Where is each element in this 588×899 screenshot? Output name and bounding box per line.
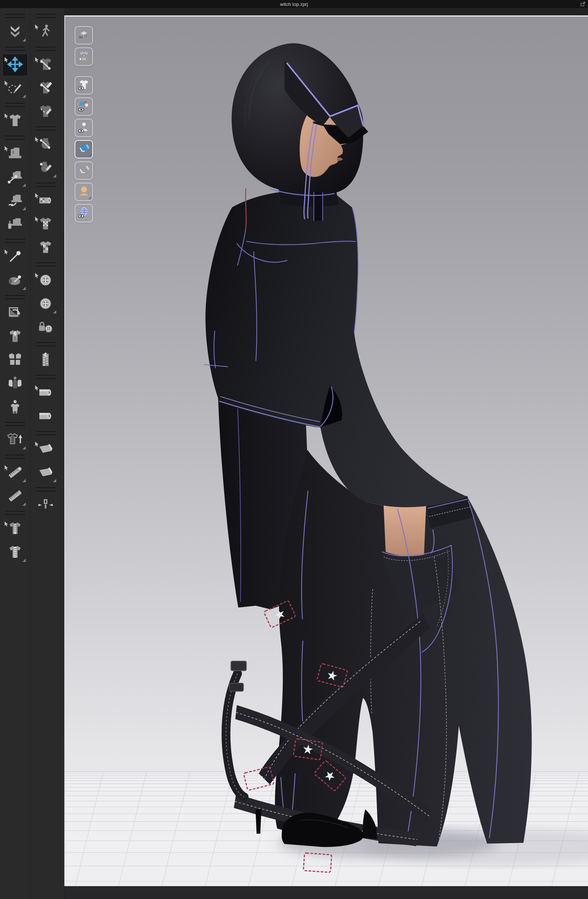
length-measure-tool[interactable] bbox=[3, 486, 27, 507]
fitting-suit-tool[interactable] bbox=[34, 495, 58, 516]
walker-icon bbox=[37, 23, 54, 41]
fasten-button-tool[interactable] bbox=[34, 317, 58, 338]
fabric-pin-tool[interactable] bbox=[3, 270, 27, 292]
select-basting-tool[interactable] bbox=[3, 519, 27, 540]
shirt-tape2-icon bbox=[7, 544, 23, 562]
avatar-circumference-tool[interactable] bbox=[34, 158, 58, 179]
fold-arrow-icon bbox=[7, 305, 23, 322]
button-icon bbox=[37, 295, 54, 313]
tool-group-separator bbox=[5, 455, 25, 459]
jacket-arrangement-tool[interactable] bbox=[3, 326, 27, 348]
dressed-avatar-icon bbox=[7, 399, 23, 416]
monochrome-surface[interactable] bbox=[75, 161, 93, 180]
shirt-style-icon bbox=[78, 50, 90, 63]
3d-viewport[interactable]: ★ ★ ★ ★ ★ ★ bbox=[64, 15, 588, 886]
dropdown-corner-icon[interactable] bbox=[22, 184, 26, 187]
pin-eye-icon bbox=[78, 100, 90, 114]
shirt-tape-icon bbox=[7, 521, 23, 538]
dropdown-corner-icon[interactable] bbox=[53, 310, 56, 314]
show-avatar[interactable] bbox=[75, 119, 93, 137]
tool-group-separator bbox=[5, 295, 25, 299]
select-move-tool[interactable] bbox=[3, 54, 27, 76]
zip-pull-icon bbox=[37, 497, 54, 514]
strap-buckle bbox=[231, 661, 246, 671]
apply-fabric-tool[interactable] bbox=[34, 462, 58, 483]
roll-icon bbox=[37, 385, 54, 402]
tool-group-separator bbox=[35, 47, 56, 51]
dropdown-corner-icon[interactable] bbox=[22, 479, 26, 482]
fabric-icon bbox=[37, 464, 54, 482]
box-3d-icon bbox=[78, 29, 90, 42]
pin-sewing-tool[interactable] bbox=[3, 214, 27, 235]
brush-circle-icon bbox=[7, 80, 23, 97]
strap-buckle bbox=[229, 683, 243, 691]
show-garment[interactable] bbox=[75, 76, 93, 94]
wrap-arrangement-tool[interactable] bbox=[3, 374, 27, 395]
edit-uv-tool[interactable] bbox=[34, 238, 58, 259]
edit-avatar-circumference-tool[interactable] bbox=[34, 134, 58, 156]
dropdown-corner-icon[interactable] bbox=[22, 559, 26, 562]
tool-group-separator bbox=[35, 431, 56, 435]
mesh-morph-tool[interactable] bbox=[3, 429, 27, 451]
lock-button-icon bbox=[37, 319, 54, 337]
show-3d-style[interactable] bbox=[75, 48, 93, 66]
dropdown-corner-icon[interactable] bbox=[88, 154, 91, 157]
tshirt-icon bbox=[7, 113, 23, 130]
roll-checker-icon bbox=[37, 192, 54, 210]
shirt-pen-icon bbox=[37, 80, 54, 97]
dress-avatar-tool[interactable] bbox=[3, 397, 27, 418]
select-pin-tool[interactable] bbox=[3, 247, 27, 268]
flattening-line-tool[interactable] bbox=[34, 102, 58, 123]
edit-flattening-tool[interactable] bbox=[34, 54, 58, 76]
dropdown-corner-icon[interactable] bbox=[53, 174, 56, 178]
show-pins[interactable] bbox=[75, 97, 93, 116]
pin-icon bbox=[7, 249, 23, 266]
brush-select-tool[interactable] bbox=[3, 78, 27, 99]
dropdown-corner-icon[interactable] bbox=[53, 479, 56, 482]
import-dropdown-tool[interactable] bbox=[3, 22, 27, 43]
star-glyph: ★ bbox=[301, 742, 314, 757]
segment-sewing-tool[interactable] bbox=[3, 167, 27, 188]
free-sewing-tool[interactable] bbox=[3, 190, 27, 212]
fold-arrangement-tool[interactable] bbox=[3, 303, 27, 324]
textured-surface[interactable] bbox=[75, 140, 93, 158]
reset-arrangement-tool[interactable] bbox=[3, 350, 27, 371]
tool-group-separator bbox=[5, 14, 25, 18]
3d-scene[interactable]: ★ ★ ★ ★ ★ ★ bbox=[65, 17, 588, 886]
zipper-tool[interactable] bbox=[34, 350, 58, 371]
tool-group-separator bbox=[5, 422, 25, 426]
dropdown-corner-icon[interactable] bbox=[22, 38, 26, 42]
popout-icon[interactable] bbox=[580, 1, 586, 7]
dropdown-corner-icon[interactable] bbox=[22, 446, 26, 450]
select-trim-tool[interactable] bbox=[34, 383, 58, 404]
dropdown-corner-icon[interactable] bbox=[22, 94, 26, 98]
shirt-curve-icon bbox=[37, 56, 54, 74]
window-title: witch top.zprj bbox=[280, 2, 308, 7]
tube-pin-icon bbox=[7, 272, 23, 290]
attach-trim-tool[interactable] bbox=[34, 406, 58, 428]
tool-group-separator bbox=[35, 487, 56, 491]
select-button-tool[interactable] bbox=[34, 270, 58, 292]
edit-texture-tool[interactable] bbox=[34, 190, 58, 212]
avatar-display[interactable] bbox=[75, 183, 93, 201]
show-3d-garment[interactable] bbox=[75, 26, 93, 45]
edit-sewing-tool[interactable] bbox=[3, 143, 27, 165]
adjust-texture-tool[interactable] bbox=[34, 214, 58, 235]
tape-measure-tool[interactable] bbox=[3, 462, 27, 483]
dropdown-corner-icon[interactable] bbox=[88, 196, 91, 199]
select-fabric-tool[interactable] bbox=[34, 439, 58, 460]
wrap-avatar-icon bbox=[7, 375, 23, 393]
tool-group-separator bbox=[5, 103, 25, 107]
avatar-pose-tool[interactable] bbox=[34, 22, 58, 43]
dropdown-corner-icon[interactable] bbox=[22, 502, 26, 506]
dropdown-corner-icon[interactable] bbox=[22, 207, 26, 210]
jacket-icon bbox=[7, 328, 23, 346]
attach-button-tool[interactable] bbox=[34, 293, 58, 315]
tool-group-separator bbox=[35, 342, 56, 346]
tool-column-2 bbox=[30, 8, 61, 899]
show-environment[interactable] bbox=[75, 204, 93, 222]
select-garment-tool[interactable] bbox=[3, 111, 27, 132]
flattening-pen-tool[interactable] bbox=[34, 78, 58, 99]
basting-tool[interactable] bbox=[3, 542, 27, 564]
dropdown-corner-icon[interactable] bbox=[22, 287, 26, 290]
